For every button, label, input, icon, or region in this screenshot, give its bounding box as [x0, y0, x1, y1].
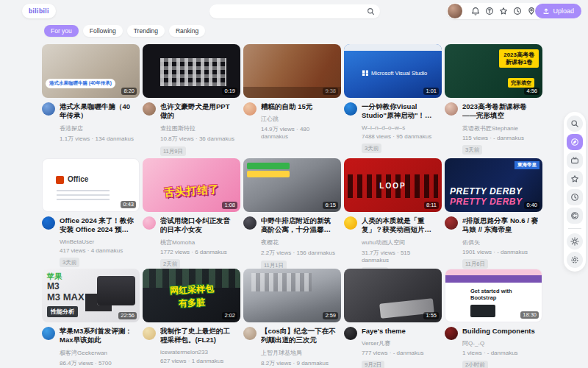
video-thumbnail[interactable]: 0:19: [143, 44, 240, 98]
duration-badge: 1:01: [423, 88, 439, 96]
tab-following[interactable]: Following: [83, 25, 123, 37]
settings-button[interactable]: [567, 252, 583, 268]
clock-icon: [570, 193, 579, 202]
video-thumbnail[interactable]: Office 0:43: [42, 158, 140, 212]
video-card: 2023高考卷 新课标1卷 完形填空 4:56 2023高考卷新课标卷——完形填…: [445, 44, 542, 158]
video-title[interactable]: Office 2024 来了！教你安装 Office 2024 预览版!: [60, 216, 135, 235]
notifications-button[interactable]: [468, 4, 482, 18]
video-thumbnail[interactable]: 東海帝皇 PRETTY DERBY PRETTY DERBY 0:40: [445, 158, 542, 212]
side-favorites-button[interactable]: [567, 171, 583, 187]
uploader-avatar[interactable]: [42, 327, 55, 340]
thumbnail-text: Office: [68, 175, 88, 183]
video-thumbnail[interactable]: LOOP 8:11: [344, 158, 442, 212]
floating-toolbar: [564, 112, 586, 272]
uploader-name[interactable]: icewatermelon233: [160, 349, 236, 355]
video-stats: 31.7万 views · 515 danmakus: [362, 249, 437, 263]
video-title[interactable]: 也许文豪野犬是用PPT做的: [160, 102, 236, 121]
video-stats: 115 views · - danmakus: [462, 135, 538, 141]
side-search-button[interactable]: [567, 116, 583, 132]
video-title[interactable]: #排版思路分享 No.6 / 赛马娘 // 东海帝皇: [462, 216, 538, 235]
topbar-history-button[interactable]: [510, 4, 524, 18]
date-badge: 3天前: [60, 258, 79, 267]
video-stats: 7488 views · 95 danmakus: [362, 133, 437, 140]
video-thumbnail[interactable]: 舌头打结了 1:08: [143, 158, 240, 212]
video-title[interactable]: 【cos向】纪念一下在不列颠出道的三次元: [261, 327, 337, 345]
uploader-avatar[interactable]: [445, 102, 458, 116]
video-thumbnail[interactable]: 苹果 M3 M3 MAX 性能分析 22:56: [42, 269, 140, 322]
thumbnail-text: 性能分析: [47, 306, 78, 317]
side-channel-button[interactable]: [567, 208, 583, 224]
video-thumbnail[interactable]: 2:59: [243, 269, 341, 322]
duration-badge: 1:08: [222, 202, 237, 210]
video-title[interactable]: 中野牛排店附近的新筑高阶公寓，十分温馨甚至九分干净: [261, 216, 337, 235]
side-history-button[interactable]: [567, 189, 583, 205]
video-stats: 86.4万 views · 5700 danmakus: [60, 359, 135, 368]
side-tv-button[interactable]: [567, 152, 583, 169]
site-logo[interactable]: bilibili: [22, 4, 56, 18]
video-thumbnail[interactable]: 2023高考卷 新课标1卷 完形填空 4:56: [445, 44, 542, 98]
uploader-name[interactable]: 香港探店: [60, 124, 135, 132]
video-thumbnail[interactable]: 1:55: [344, 269, 442, 322]
search-input[interactable]: [209, 8, 367, 15]
uploader-avatar[interactable]: [344, 216, 357, 230]
uploader-name[interactable]: 佑俱矢: [462, 238, 538, 247]
video-title[interactable]: 港式水果咖喱牛腩（40年传承）: [60, 102, 135, 121]
uploader-name[interactable]: 阿Q-_-Q: [462, 339, 535, 347]
video-title[interactable]: 苹果M3系列首发评测：Max早该如此: [60, 327, 135, 345]
date-badge: 9月2日: [362, 361, 384, 368]
video-title[interactable]: 尝试用绕口令纠正发音的日本小女友: [160, 216, 236, 235]
video-thumbnail[interactable]: 9:38: [243, 44, 341, 98]
video-thumbnail[interactable]: 6:15: [243, 158, 341, 212]
video-stats: 14.9万 views · 480 danmakus: [261, 125, 337, 140]
uploader-avatar[interactable]: [143, 216, 156, 230]
uploader-avatar[interactable]: [143, 327, 156, 340]
uploader-name[interactable]: 夜樱花: [261, 238, 337, 247]
uploader-avatar[interactable]: [42, 102, 55, 116]
video-card: 网红采样包 有多脏 2:02 我制作了史上最烂的工程采样包。(FL21) ice…: [143, 269, 240, 368]
uploader-name[interactable]: 桃宫Momoha: [160, 238, 236, 247]
video-thumbnail[interactable]: Get started with Bootstrap 18:30: [445, 269, 542, 322]
theme-toggle-button[interactable]: [567, 233, 583, 250]
uploader-avatar[interactable]: [243, 102, 257, 116]
uploader-name[interactable]: 英语教书匠Stephanie: [462, 124, 538, 132]
upload-button[interactable]: Upload: [535, 4, 581, 18]
uploader-avatar[interactable]: [344, 327, 357, 340]
user-avatar[interactable]: [447, 3, 463, 19]
uploader-name[interactable]: wuhu动画人空间: [362, 238, 437, 247]
clock-icon: [513, 7, 522, 15]
thumbnail-text: Get started with Bootstrap: [470, 288, 516, 302]
uploader-avatar[interactable]: [243, 216, 257, 230]
topbar-favorites-button[interactable]: [496, 4, 510, 18]
video-thumbnail[interactable]: 港式水果咖喱牛腩 (40年传承) 8:20: [42, 44, 140, 98]
uploader-avatar[interactable]: [42, 216, 55, 230]
search-icon[interactable]: [367, 7, 375, 15]
tab-ranking[interactable]: Ranking: [169, 25, 205, 37]
video-title[interactable]: 糟糕的自助 15元: [261, 102, 337, 111]
uploader-name[interactable]: Verser凡赛: [362, 339, 423, 347]
uploader-avatar[interactable]: [143, 102, 156, 116]
uploader-avatar[interactable]: [445, 216, 458, 230]
video-title[interactable]: Faye's theme: [362, 327, 423, 336]
uploader-avatar[interactable]: [445, 327, 458, 340]
video-title[interactable]: 一分钟教你Visual Studio"原神启动"！（适用于Blend）: [362, 102, 437, 121]
search-bar[interactable]: [209, 4, 380, 18]
coin-button[interactable]: [482, 4, 496, 18]
video-thumbnail[interactable]: 网红采样包 有多脏 2:02: [143, 269, 240, 322]
video-thumbnail[interactable]: Microsoft Visual Studio 1:01: [344, 44, 442, 98]
video-title[interactable]: Building Components: [462, 327, 535, 336]
uploader-avatar[interactable]: [243, 327, 257, 340]
tab-trending[interactable]: Trending: [127, 25, 165, 37]
uploader-name[interactable]: 江心跳: [261, 115, 337, 123]
video-stats: 1 views · - danmakus: [462, 350, 535, 356]
video-title[interactable]: 2023高考卷新课标卷——完形填空: [462, 102, 538, 121]
side-feed-button[interactable]: [567, 134, 583, 150]
uploader-name[interactable]: 上智月球基地局: [261, 349, 337, 357]
tab-for-you[interactable]: For you: [44, 25, 79, 37]
uploader-name[interactable]: WinBetaUser: [60, 238, 135, 245]
uploader-avatar[interactable]: [344, 102, 357, 116]
video-title[interactable]: 人类的本质就是「重复」？获奖动画短片《LOOP》: [362, 216, 437, 235]
uploader-name[interactable]: 查拉图斯特拉: [160, 124, 236, 132]
uploader-name[interactable]: W–i–n–d–o–w–s: [362, 124, 437, 131]
uploader-name[interactable]: 极客湾Geekerwan: [60, 349, 135, 357]
video-title[interactable]: 我制作了史上最烂的工程采样包。(FL21): [160, 327, 236, 345]
